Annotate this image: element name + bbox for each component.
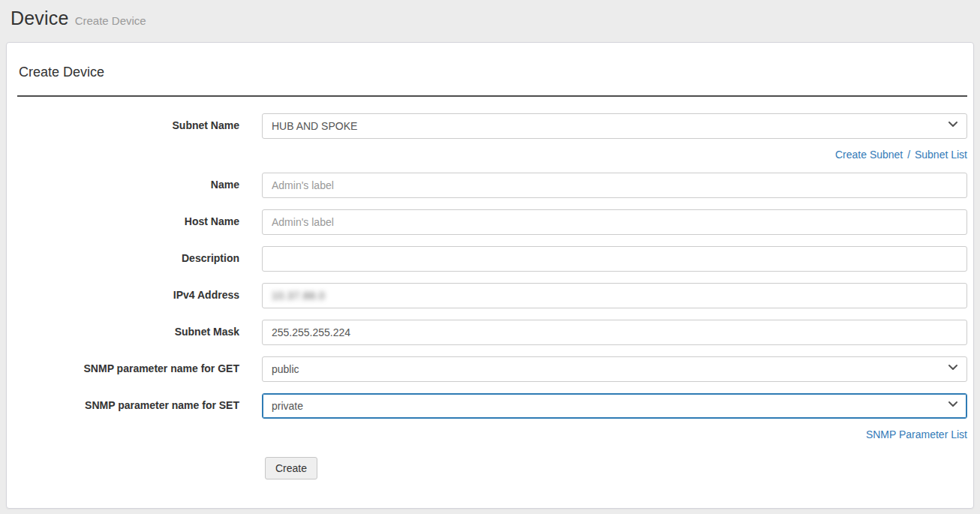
link-separator: / — [907, 149, 910, 161]
snmp-link-row: SNMP Parameter List — [17, 428, 967, 440]
create-device-panel: Create Device Subnet Name HUB AND SPOKE … — [6, 42, 974, 509]
subnet-mask-input[interactable] — [262, 320, 967, 345]
host-name-label: Host Name — [17, 209, 239, 235]
form-row-subnet-mask: Subnet Mask — [17, 320, 967, 345]
subnet-links-row: Create Subnet / Subnet List — [17, 149, 967, 161]
form-row-host-name: Host Name — [17, 209, 967, 235]
page-subtitle: Create Device — [75, 14, 146, 27]
subnet-links: Create Subnet / Subnet List — [262, 149, 967, 161]
create-subnet-link[interactable]: Create Subnet — [835, 149, 903, 161]
page-header: DeviceCreate Device — [0, 0, 980, 38]
page-title: Device — [11, 8, 69, 29]
snmp-get-label: SNMP parameter name for GET — [17, 356, 239, 382]
name-input[interactable] — [262, 173, 967, 198]
description-label: Description — [17, 246, 239, 272]
subnet-name-select[interactable]: HUB AND SPOKE — [262, 113, 967, 139]
host-name-input[interactable] — [262, 209, 967, 235]
subnet-mask-label: Subnet Mask — [17, 320, 239, 345]
form-row-description: Description — [17, 246, 967, 272]
snmp-get-select[interactable]: public — [262, 356, 967, 382]
subnet-name-field-wrap: HUB AND SPOKE — [262, 113, 967, 139]
subnet-list-link[interactable]: Subnet List — [915, 149, 967, 161]
panel-title: Create Device — [17, 43, 967, 80]
form-row-snmp-set: SNMP parameter name for SET private — [17, 393, 967, 419]
ipv4-redacted-value: 10.37.88.0 — [272, 290, 325, 302]
form-row-name: Name — [17, 173, 967, 198]
form-row-subnet-name: Subnet Name HUB AND SPOKE — [17, 113, 967, 139]
subnet-name-label: Subnet Name — [17, 113, 239, 139]
button-row: Create — [17, 457, 967, 479]
create-device-form: Subnet Name HUB AND SPOKE Create Subnet … — [17, 97, 967, 479]
snmp-parameter-list-link[interactable]: SNMP Parameter List — [866, 428, 967, 440]
description-input[interactable] — [262, 246, 967, 272]
ipv4-address-input[interactable]: 10.37.88.0 — [262, 283, 967, 308]
form-row-snmp-get: SNMP parameter name for GET public — [17, 356, 967, 382]
snmp-set-label: SNMP parameter name for SET — [17, 393, 239, 419]
form-row-ipv4-address: IPv4 Address 10.37.88.0 — [17, 283, 967, 308]
snmp-set-select[interactable]: private — [262, 393, 967, 419]
create-button[interactable]: Create — [265, 457, 317, 479]
name-label: Name — [17, 173, 239, 198]
ipv4-address-label: IPv4 Address — [17, 283, 239, 308]
